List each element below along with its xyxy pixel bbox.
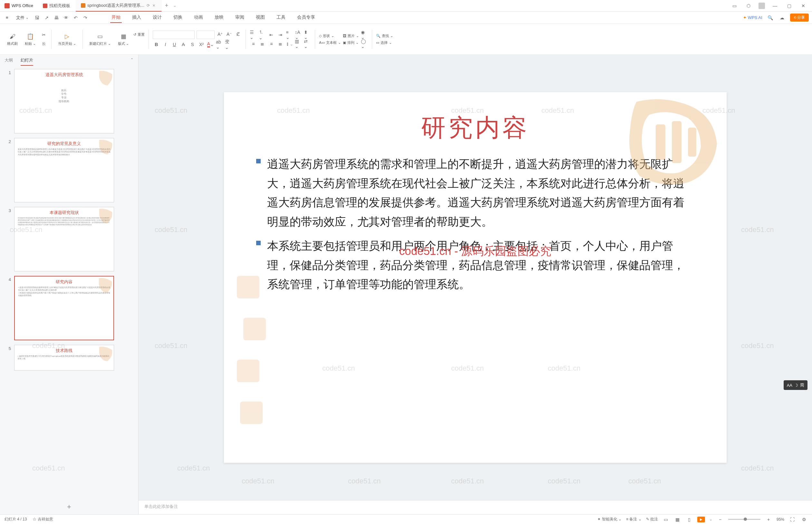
- ribbon-find[interactable]: 🔍 查找 ⌄: [376, 33, 393, 38]
- zoom-in-icon[interactable]: +: [765, 516, 772, 523]
- ribbon-arrange[interactable]: ▣ 排列 ⌄: [343, 40, 359, 45]
- indent-decrease-icon[interactable]: ⇤: [268, 31, 275, 38]
- thumb-row[interactable]: 5 技术路线 • 选择开发技术方案进行可行性分析基于springboot框架系统…: [4, 345, 134, 371]
- ribbon-textbox[interactable]: A▭ 文本框 ⌄: [319, 40, 341, 45]
- italic-icon[interactable]: I: [162, 41, 169, 48]
- fill-icon[interactable]: ◉ ⌄: [361, 31, 368, 38]
- align-center-icon[interactable]: ≣: [259, 40, 266, 47]
- ribbon-select[interactable]: ▭ 选择 ⌄: [376, 40, 393, 45]
- number-list-icon[interactable]: ⒈ ⌄: [259, 31, 266, 38]
- font-decrease-icon[interactable]: A⁻: [226, 31, 233, 38]
- panel-tab-outline[interactable]: 大纲: [4, 58, 13, 66]
- ribbon-reset[interactable]: ↺ 重置: [133, 32, 145, 46]
- text-effect-icon[interactable]: 变 ⌄: [225, 41, 232, 48]
- slide-thumbnail-2[interactable]: 研究的背景及意义 逍遥大药房管理系统的需求和管理上的不断提升逍遥大药房管理的潜力…: [14, 138, 114, 202]
- sorter-view-icon[interactable]: ▦: [674, 516, 681, 523]
- search-icon[interactable]: 🔍: [767, 14, 774, 21]
- bullet-list-icon[interactable]: ☰ ⌄: [250, 31, 257, 38]
- maximize-button[interactable]: ▢: [785, 2, 793, 10]
- menu-tab-start[interactable]: 开始: [110, 13, 122, 23]
- columns-icon[interactable]: ▥ ⌄: [295, 40, 302, 47]
- zoom-value[interactable]: 95%: [777, 517, 784, 522]
- minimize-button[interactable]: —: [771, 2, 779, 10]
- window-multi-icon[interactable]: ▭: [730, 2, 739, 10]
- convert-icon[interactable]: ⇄ ⌄: [304, 40, 311, 47]
- strikethrough-icon[interactable]: S: [189, 41, 196, 48]
- tab-add-button[interactable]: +: [162, 2, 172, 9]
- menu-tab-member[interactable]: 会员专享: [296, 13, 316, 23]
- print-icon[interactable]: 🖶: [53, 14, 60, 21]
- slideshow-button[interactable]: ▶: [697, 517, 705, 522]
- indent-increase-icon[interactable]: ⇥: [277, 31, 284, 38]
- menu-tab-design[interactable]: 设计: [151, 13, 163, 23]
- tab-templates[interactable]: 找稻壳模板: [38, 0, 76, 12]
- ribbon-shape[interactable]: ◇ 形状 ⌄: [319, 33, 341, 38]
- file-menu[interactable]: 文件 ⌄: [14, 14, 31, 22]
- menu-tab-view[interactable]: 视图: [254, 13, 266, 23]
- smart-beautify-button[interactable]: ✦ 智能美化 ⌄: [597, 517, 622, 522]
- thumb-row[interactable]: 2 研究的背景及意义 逍遥大药房管理系统的需求和管理上的不断提升逍遥大药房管理的…: [4, 138, 134, 202]
- settings-icon[interactable]: ⚙: [800, 516, 808, 523]
- align-text-icon[interactable]: ⬍ ⌄: [304, 31, 311, 38]
- line-spacing-icon[interactable]: ≡ ⌄: [286, 31, 293, 38]
- superscript-icon[interactable]: X²: [198, 41, 205, 48]
- menu-tab-transition[interactable]: 切换: [172, 13, 184, 23]
- add-slide-button[interactable]: +: [0, 500, 138, 514]
- highlight-icon[interactable]: ab ⌄: [216, 41, 223, 48]
- text-direction-icon[interactable]: ↕A ⌄: [295, 31, 302, 38]
- align-left-icon[interactable]: ≡: [250, 40, 257, 47]
- underline-icon[interactable]: U: [171, 41, 178, 48]
- close-icon[interactable]: ×: [152, 3, 156, 8]
- share-button[interactable]: ⎋ 分享: [790, 14, 809, 21]
- strike-icon[interactable]: A̶: [180, 41, 187, 48]
- redo-icon[interactable]: ↷: [82, 14, 89, 21]
- ribbon-picture[interactable]: 🖼 图片 ⌄: [343, 33, 359, 38]
- preview-icon[interactable]: 👁: [63, 14, 70, 21]
- tab-menu-dropdown[interactable]: ⌄: [171, 3, 178, 8]
- zoom-out-icon[interactable]: −: [717, 516, 724, 523]
- ribbon-format-brush[interactable]: 🖌 格式刷: [4, 32, 20, 46]
- slide-viewport[interactable]: 研究内容 逍遥大药房管理系统的需求和管理上的不断提升，逍遥大药房管理的潜力将无限…: [138, 55, 812, 500]
- wps-ai-button[interactable]: ✦ WPS AI: [743, 15, 762, 20]
- slide-content[interactable]: 研究内容 逍遥大药房管理系统的需求和管理上的不断提升，逍遥大药房管理的潜力将无限…: [224, 92, 727, 463]
- outline-icon[interactable]: ◯ ⌄: [361, 40, 368, 47]
- notes-input[interactable]: 单击此处添加备注: [138, 500, 812, 514]
- font-family-select[interactable]: [153, 31, 195, 39]
- cloud-icon[interactable]: ☁: [778, 14, 785, 21]
- thumb-row[interactable]: 4 研究内容 • 逍遥大药房管理系统的需求和管理上的不断提升逍遥大药房管理的潜力…: [4, 276, 134, 340]
- notes-toggle[interactable]: ≡ 备注 ⌄: [626, 517, 642, 522]
- ribbon-from-current[interactable]: ▷ 当页开始 ⌄: [55, 32, 79, 46]
- tab-document[interactable]: springboot逍遥大药房管理系… ⟳ ×: [76, 0, 162, 12]
- review-toggle[interactable]: ✎ 批注: [646, 517, 658, 522]
- thumb-row[interactable]: 1 逍遥大药房管理系统 姓名: 学号: 专业: 指导教师:: [4, 69, 134, 133]
- menu-tab-tools[interactable]: 工具: [275, 13, 287, 23]
- font-color-icon[interactable]: A ⌄: [207, 41, 214, 48]
- font-size-select[interactable]: [197, 31, 215, 39]
- copy-icon[interactable]: ⎘: [40, 40, 47, 47]
- normal-view-icon[interactable]: ▭: [662, 516, 669, 523]
- fit-screen-icon[interactable]: ⛶: [789, 516, 796, 523]
- slide-thumbnail-3[interactable]: 本课题研究现状 目前国内外在该领域已形成较为成熟的研究体系相关系统功能不断完善随…: [14, 207, 114, 271]
- reading-view-icon[interactable]: ▯: [686, 516, 693, 523]
- bold-icon[interactable]: B: [153, 41, 160, 48]
- avatar-icon[interactable]: [759, 3, 765, 9]
- slide-thumbnail-4[interactable]: 研究内容 • 逍遥大药房管理系统的需求和管理上的不断提升逍遥大药房管理的潜力将无…: [14, 276, 114, 340]
- thumbnails-list[interactable]: 1 逍遥大药房管理系统 姓名: 学号: 专业: 指导教师: 2 研究的背景及意义…: [0, 66, 138, 500]
- export-icon[interactable]: ↗: [43, 14, 50, 21]
- close-button[interactable]: ✕: [799, 2, 808, 10]
- menu-tab-insert[interactable]: 插入: [131, 13, 143, 23]
- font-increase-icon[interactable]: A⁺: [217, 31, 223, 38]
- menu-toggle-icon[interactable]: ≡: [3, 14, 11, 21]
- ime-toggle[interactable]: AA ☽ 简: [784, 380, 808, 390]
- menu-tab-animation[interactable]: 动画: [193, 13, 204, 23]
- slide-thumbnail-5[interactable]: 技术路线 • 选择开发技术方案进行可行性分析基于springboot框架系统架构…: [14, 345, 114, 371]
- thumb-row[interactable]: 3 本课题研究现状 目前国内外在该领域已形成较为成熟的研究体系相关系统功能不断完…: [4, 207, 134, 271]
- package-icon[interactable]: ⬡: [744, 2, 753, 10]
- distribute-icon[interactable]: ⫿ ⌄: [286, 40, 293, 47]
- app-logo[interactable]: WPS Office: [0, 3, 38, 9]
- cut-icon[interactable]: ✂: [40, 31, 47, 38]
- undo-icon[interactable]: ↶: [72, 14, 79, 21]
- zoom-slider[interactable]: [728, 519, 760, 520]
- align-right-icon[interactable]: ≡: [268, 40, 275, 47]
- clear-format-icon[interactable]: Ȼ: [235, 31, 242, 38]
